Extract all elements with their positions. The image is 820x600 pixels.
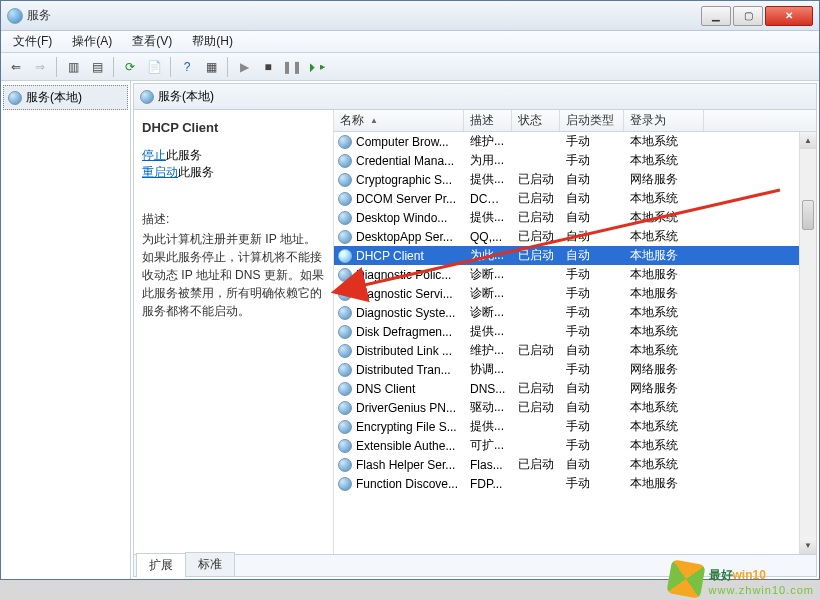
refresh-button[interactable]: ⟳ <box>119 56 141 78</box>
table-row[interactable]: DNS ClientDNS...已启动自动网络服务 <box>334 379 816 398</box>
cell-desc: 协调... <box>464 361 512 378</box>
col-start[interactable]: 启动类型 <box>560 110 624 131</box>
tree-pane: 服务(本地) <box>1 81 131 579</box>
cell-start: 手动 <box>560 323 624 340</box>
restart-service-button[interactable]: ⏵▶ <box>305 56 327 78</box>
start-service-button[interactable]: ▶ <box>233 56 255 78</box>
window-buttons <box>701 6 813 26</box>
service-icon <box>338 268 352 282</box>
cell-logon: 网络服务 <box>624 171 704 188</box>
stop-service-button[interactable]: ■ <box>257 56 279 78</box>
menu-action[interactable]: 操作(A) <box>64 31 120 52</box>
cell-start: 手动 <box>560 361 624 378</box>
pause-service-button[interactable]: ❚❚ <box>281 56 303 78</box>
main-area: 服务(本地) 服务(本地) DHCP Client 停止此服务 重启动此服务 <box>1 81 819 579</box>
cell-desc: 提供... <box>464 418 512 435</box>
properties-button[interactable]: ▤ <box>86 56 108 78</box>
minimize-button[interactable] <box>701 6 731 26</box>
cell-name: Diagnostic Servi... <box>356 287 453 301</box>
scroll-up-button[interactable]: ▲ <box>800 132 816 149</box>
titlebar[interactable]: 服务 <box>1 1 819 31</box>
scroll-down-button[interactable]: ▼ <box>800 537 816 554</box>
tree-root[interactable]: 服务(本地) <box>3 85 128 110</box>
services-window: 服务 文件(F) 操作(A) 查看(V) 帮助(H) ⇐ ⇒ ▥ ▤ ⟳ 📄 ?… <box>0 0 820 580</box>
table-row[interactable]: Diagnostic Syste...诊断...手动本地系统 <box>334 303 816 322</box>
forward-button[interactable]: ⇒ <box>29 56 51 78</box>
table-row[interactable]: Encrypting File S...提供...手动本地系统 <box>334 417 816 436</box>
cell-start: 自动 <box>560 209 624 226</box>
cell-start: 手动 <box>560 152 624 169</box>
scroll-thumb[interactable] <box>802 200 814 230</box>
window-title: 服务 <box>27 7 701 24</box>
service-icon <box>338 287 352 301</box>
cell-logon: 网络服务 <box>624 361 704 378</box>
cell-logon: 本地系统 <box>624 133 704 150</box>
cell-name: DNS Client <box>356 382 415 396</box>
tab-standard[interactable]: 标准 <box>185 552 235 576</box>
table-row[interactable]: Extensible Authe...可扩...手动本地系统 <box>334 436 816 455</box>
cell-logon: 本地系统 <box>624 304 704 321</box>
table-row[interactable]: Diagnostic Polic...诊断...手动本地服务 <box>334 265 816 284</box>
cell-status: 已启动 <box>512 456 560 473</box>
cell-name: Encrypting File S... <box>356 420 457 434</box>
col-status[interactable]: 状态 <box>512 110 560 131</box>
export-button[interactable]: 📄 <box>143 56 165 78</box>
table-row[interactable]: Credential Mana...为用...手动本地系统 <box>334 151 816 170</box>
table-row[interactable]: Function Discove...FDP...手动本地服务 <box>334 474 816 493</box>
help-button[interactable]: ? <box>176 56 198 78</box>
table-row[interactable]: DCOM Server Pr...DCO...已启动自动本地系统 <box>334 189 816 208</box>
table-row[interactable]: Distributed Link ...维护...已启动自动本地系统 <box>334 341 816 360</box>
table-row[interactable]: Flash Helper Ser...Flas...已启动自动本地系统 <box>334 455 816 474</box>
col-desc[interactable]: 描述 <box>464 110 512 131</box>
cell-start: 手动 <box>560 133 624 150</box>
show-hide-tree-button[interactable]: ▥ <box>62 56 84 78</box>
cell-status: 已启动 <box>512 247 560 264</box>
cell-status: 已启动 <box>512 380 560 397</box>
service-icon <box>338 211 352 225</box>
list-rows[interactable]: Computer Brow...维护...手动本地系统Credential Ma… <box>334 132 816 554</box>
table-row[interactable]: DriverGenius PN...驱动...已启动自动本地系统 <box>334 398 816 417</box>
cell-desc: 提供... <box>464 171 512 188</box>
panel-title: 服务(本地) <box>158 88 214 105</box>
menu-file[interactable]: 文件(F) <box>5 31 60 52</box>
cell-start: 自动 <box>560 399 624 416</box>
separator <box>113 57 114 77</box>
stop-line: 停止此服务 <box>142 147 325 164</box>
watermark: 最好win10 www.zhwin10.com <box>669 561 814 596</box>
col-logon[interactable]: 登录为 <box>624 110 704 131</box>
service-name-heading: DHCP Client <box>142 120 325 135</box>
cell-name: DesktopApp Ser... <box>356 230 453 244</box>
description-label: 描述: <box>142 211 325 228</box>
table-row[interactable]: DesktopApp Ser...QQ,...已启动自动本地系统 <box>334 227 816 246</box>
menu-help[interactable]: 帮助(H) <box>184 31 241 52</box>
service-icon <box>338 477 352 491</box>
table-row[interactable]: Computer Brow...维护...手动本地系统 <box>334 132 816 151</box>
table-row[interactable]: Diagnostic Servi...诊断...手动本地服务 <box>334 284 816 303</box>
vertical-scrollbar[interactable]: ▲ ▼ <box>799 132 816 554</box>
cell-start: 手动 <box>560 266 624 283</box>
table-row[interactable]: Distributed Tran...协调...手动网络服务 <box>334 360 816 379</box>
cell-desc: 维护... <box>464 342 512 359</box>
back-button[interactable]: ⇐ <box>5 56 27 78</box>
service-icon <box>338 249 352 263</box>
cell-start: 自动 <box>560 380 624 397</box>
restart-link[interactable]: 重启动 <box>142 165 178 179</box>
tree-root-label: 服务(本地) <box>26 89 82 106</box>
cell-name: Credential Mana... <box>356 154 454 168</box>
table-row[interactable]: Cryptographic S...提供...已启动自动网络服务 <box>334 170 816 189</box>
table-row[interactable]: DHCP Client为此...已启动自动本地服务 <box>334 246 816 265</box>
table-row[interactable]: Disk Defragmen...提供...手动本地系统 <box>334 322 816 341</box>
cell-logon: 本地服务 <box>624 285 704 302</box>
cell-name: DriverGenius PN... <box>356 401 456 415</box>
tab-extended[interactable]: 扩展 <box>136 553 186 577</box>
service-icon <box>338 420 352 434</box>
props2-button[interactable]: ▦ <box>200 56 222 78</box>
close-button[interactable] <box>765 6 813 26</box>
menu-view[interactable]: 查看(V) <box>124 31 180 52</box>
services-icon <box>140 90 154 104</box>
cell-name: Diagnostic Syste... <box>356 306 455 320</box>
table-row[interactable]: Desktop Windo...提供...已启动自动本地系统 <box>334 208 816 227</box>
stop-link[interactable]: 停止 <box>142 148 166 162</box>
col-name[interactable]: 名称▲ <box>334 110 464 131</box>
maximize-button[interactable] <box>733 6 763 26</box>
